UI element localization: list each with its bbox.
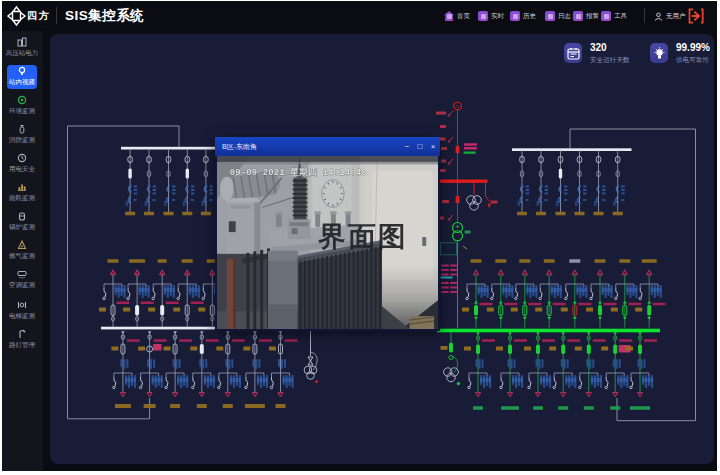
svg-text:界面图: 界面图 [317, 221, 408, 252]
svg-text:09-09 2021 星期四 14:14:48: 09-09 2021 星期四 14:14:48 [230, 167, 367, 178]
